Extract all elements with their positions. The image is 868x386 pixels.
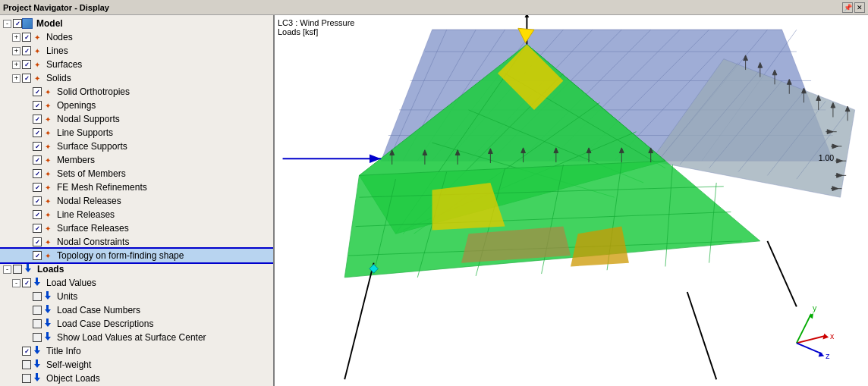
tree-item-nodal-constraints[interactable]: ✦ Nodal Constraints — [0, 235, 273, 249]
label-load-case-desc: Load Case Descriptions — [57, 319, 153, 329]
tree-item-nodes[interactable]: + ✦ Nodes — [0, 30, 273, 44]
tree-item-surfaces[interactable]: + ✦ Surfaces — [0, 58, 273, 71]
icon-show-load-values — [42, 332, 53, 344]
checkbox-fe-mesh[interactable] — [33, 183, 42, 192]
right-panel[interactable]: LC3 : Wind Pressure Loads [ksf] — [275, 15, 868, 386]
checkbox-surface-releases[interactable] — [33, 224, 42, 233]
tree-item-surface-releases[interactable]: ✦ Surface Releases — [0, 221, 273, 235]
tree-item-sets-of-members[interactable]: ✦ Sets of Members — [0, 167, 273, 180]
icon-members: ✦ — [42, 155, 53, 166]
label-lines: Lines — [46, 46, 68, 56]
icon-line-supports: ✦ — [42, 127, 53, 139]
label-nodal-supports: Nodal Supports — [57, 114, 120, 124]
checkbox-line-supports[interactable] — [33, 128, 42, 137]
icon-openings: ✦ — [42, 100, 53, 111]
tree-item-lines[interactable]: + ✦ Lines — [0, 44, 273, 58]
icon-lines: ✦ — [31, 46, 42, 57]
expand-lines[interactable]: + — [12, 47, 20, 55]
icon-surfaces: ✦ — [31, 59, 42, 71]
checkbox-line-releases[interactable] — [33, 210, 42, 219]
viewport-label-line2: Loads [ksf] — [278, 27, 354, 36]
main-window: Project Navigator - Display 📌 ✕ - Model — [0, 0, 868, 386]
checkbox-load-values[interactable] — [22, 278, 31, 287]
checkbox-lines[interactable] — [22, 46, 31, 55]
label-100: 1.00 — [819, 153, 835, 162]
label-self-weight: Self-weight — [46, 359, 91, 370]
expand-loads[interactable]: - — [3, 265, 11, 274]
icon-nodes: ✦ — [31, 32, 42, 43]
label-solids: Solids — [46, 73, 71, 83]
icon-fe-mesh: ✦ — [42, 182, 53, 193]
tree-item-solid-ortho[interactable]: ✦ Solid Orthotropies — [0, 85, 273, 99]
tree-item-model[interactable]: - Model — [0, 17, 273, 30]
label-load-values: Load Values — [46, 278, 96, 288]
checkbox-surface-supports[interactable] — [33, 142, 42, 151]
label-surfaces: Surfaces — [46, 59, 82, 70]
checkbox-nodal-supports[interactable] — [33, 115, 42, 124]
tree-item-members[interactable]: ✦ Members — [0, 153, 273, 167]
title-bar-text: Project Navigator - Display — [3, 3, 109, 12]
scene-container: LC3 : Wind Pressure Loads [ksf] — [275, 15, 868, 386]
checkbox-object-loads[interactable] — [22, 374, 31, 383]
checkbox-solids[interactable] — [22, 74, 31, 83]
checkbox-solid-ortho[interactable] — [33, 87, 42, 96]
checkbox-topology[interactable] — [33, 251, 42, 260]
title-bar-buttons: 📌 ✕ — [842, 2, 865, 13]
expand-nodes[interactable]: + — [12, 33, 20, 42]
checkbox-load-case-numbers[interactable] — [33, 306, 42, 315]
tree-item-show-load-values[interactable]: Show Load Values at Surface Center — [0, 331, 273, 344]
tree-item-solids[interactable]: + ✦ Solids — [0, 71, 273, 85]
tree-item-object-loads[interactable]: Object Loads — [0, 372, 273, 385]
tree-item-topology[interactable]: ✦ Topology on form-finding shape — [0, 249, 273, 262]
pin-button[interactable]: 📌 — [842, 2, 853, 13]
icon-loads — [22, 264, 33, 275]
icon-units — [42, 291, 53, 303]
tree-item-nodal-releases[interactable]: ✦ Nodal Releases — [0, 194, 273, 208]
checkbox-nodal-releases[interactable] — [33, 196, 42, 206]
checkbox-loads[interactable] — [13, 265, 22, 274]
checkbox-nodal-constraints[interactable] — [33, 237, 42, 246]
label-fe-mesh: FE Mesh Refinements — [57, 182, 147, 193]
expand-load-values[interactable]: - — [12, 279, 20, 287]
checkbox-model[interactable] — [13, 19, 22, 28]
checkbox-load-case-desc[interactable] — [33, 319, 42, 328]
expand-surfaces[interactable]: + — [12, 61, 20, 69]
checkbox-openings[interactable] — [33, 101, 42, 110]
icon-object-loads — [31, 373, 42, 384]
left-panel: - Model + ✦ Nodes — [0, 15, 275, 386]
tree-item-load-case-desc[interactable]: Load Case Descriptions — [0, 317, 273, 331]
expand-model[interactable]: - — [3, 20, 11, 28]
tree-item-nodal-supports[interactable]: ✦ Nodal Supports — [0, 112, 273, 126]
tree-item-loads[interactable]: - Loads — [0, 262, 273, 276]
tree-item-title-info[interactable]: Title Info — [0, 344, 273, 358]
checkbox-members[interactable] — [33, 155, 42, 165]
expand-solids[interactable]: + — [12, 74, 20, 83]
checkbox-sets-of-members[interactable] — [33, 169, 42, 178]
checkbox-nodes[interactable] — [22, 33, 31, 42]
icon-load-case-numbers — [42, 305, 53, 316]
label-object-loads: Object Loads — [46, 373, 100, 384]
icon-load-case-desc — [42, 319, 53, 330]
checkbox-units[interactable] — [33, 292, 42, 301]
checkbox-surfaces[interactable] — [22, 60, 31, 69]
tree-item-line-releases[interactable]: ✦ Line Releases — [0, 208, 273, 221]
icon-model — [22, 18, 33, 29]
checkbox-show-load-values[interactable] — [33, 333, 42, 342]
label-surface-supports: Surface Supports — [57, 141, 127, 152]
tree-item-load-values[interactable]: - Load Values — [0, 276, 273, 290]
tree-item-units[interactable]: Units — [0, 290, 273, 303]
tree-item-surface-supports[interactable]: ✦ Surface Supports — [0, 140, 273, 153]
checkbox-self-weight[interactable] — [22, 360, 31, 369]
tree-item-line-supports[interactable]: ✦ Line Supports — [0, 126, 273, 140]
icon-surface-supports: ✦ — [42, 141, 53, 152]
checkbox-title-info[interactable] — [22, 347, 31, 356]
icon-load-values — [31, 278, 42, 289]
label-nodal-releases: Nodal Releases — [57, 196, 121, 206]
label-sets-of-members: Sets of Members — [57, 168, 126, 179]
tree-item-openings[interactable]: ✦ Openings — [0, 99, 273, 112]
tree-item-fe-mesh[interactable]: ✦ FE Mesh Refinements — [0, 180, 273, 194]
tree-item-self-weight[interactable]: Self-weight — [0, 358, 273, 372]
close-button[interactable]: ✕ — [854, 2, 865, 13]
tree-container[interactable]: - Model + ✦ Nodes — [0, 15, 273, 386]
tree-item-load-case-numbers[interactable]: Load Case Numbers — [0, 303, 273, 317]
